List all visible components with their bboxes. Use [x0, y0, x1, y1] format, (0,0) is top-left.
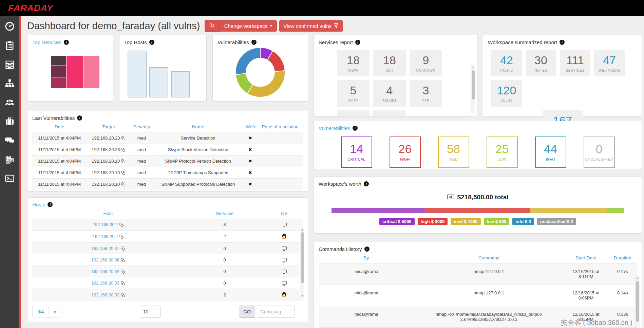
severity-box-unclassified[interactable]: 0UNCLASSIFIED	[584, 136, 615, 168]
hosts-scrollbar[interactable]: ▲ ▼	[300, 227, 304, 298]
change-workspace-button[interactable]: Change workspace ▾	[220, 20, 277, 32]
info-icon[interactable]: i	[77, 115, 82, 121]
view-confirmed-vulns-button[interactable]: View confirmed vulns	[279, 20, 343, 32]
sidebar-item-executive-report[interactable]	[3, 116, 16, 128]
command-text: nmap -oX /home/mica/.faraday/data/a2_Nma…	[414, 306, 564, 328]
host-bar[interactable]	[171, 71, 190, 97]
host-bar[interactable]	[128, 51, 147, 97]
host-bar[interactable]	[149, 67, 168, 97]
scrollbar-thumb[interactable]	[636, 281, 639, 322]
page-indicator-button[interactable]: 0/4	[32, 306, 49, 317]
scrollbar-thumb[interactable]	[301, 232, 304, 283]
stat-tile: 18WWW	[337, 50, 370, 76]
scrollbar-thumb[interactable]	[472, 70, 475, 99]
donut-slice-info[interactable]	[235, 48, 260, 74]
severity-box-info[interactable]: 44INFO	[535, 136, 566, 168]
status-report-clipboard-icon	[5, 40, 15, 52]
stat-label: FTP	[422, 99, 430, 103]
info-icon[interactable]: i	[64, 40, 69, 45]
column-header[interactable]: Severity	[130, 121, 153, 132]
column-header[interactable]: Ease of resolution	[257, 121, 303, 132]
column-header[interactable]: Name	[153, 121, 243, 132]
stat-value: 120	[497, 85, 516, 96]
vulnerability-row: 11/11/2015 at 4:04PM192.168.20.23medSkyp…	[32, 144, 303, 156]
treemap-block[interactable]	[67, 56, 83, 88]
vuln-target: 192.168.20.10	[87, 156, 130, 167]
commands-scrollbar[interactable]: ▲	[635, 276, 640, 328]
sidebar-item-terminal[interactable]	[3, 173, 16, 185]
treemap-block[interactable]	[51, 56, 66, 66]
host-row: 192.168.20.322	[32, 289, 303, 301]
hosts-title: Hosts i	[32, 202, 303, 207]
stat-value: 18	[383, 54, 396, 66]
vuln-date: 11/11/2015 at 4:04PM	[32, 167, 87, 179]
column-header[interactable]: Target	[87, 121, 130, 132]
column-header[interactable]: Start Date	[564, 252, 608, 263]
column-header[interactable]: Date	[32, 121, 87, 132]
sidebar-item-status-report[interactable]	[3, 40, 16, 52]
sidebar-item-users[interactable]	[3, 97, 16, 109]
worth-legend-badge: high $ 3000	[418, 218, 448, 225]
info-icon[interactable]: i	[149, 40, 154, 45]
command-duration: 0.14s	[608, 285, 637, 306]
info-icon[interactable]: i	[560, 40, 565, 45]
column-header[interactable]: Duration	[608, 252, 637, 263]
vuln-target: 192.168.20.23	[87, 144, 130, 156]
severity-box-critical[interactable]: 14CRITICAL	[341, 136, 372, 168]
sidebar-item-dashboard[interactable]	[3, 21, 16, 33]
go-button[interactable]: GO	[239, 306, 255, 318]
sidebar-item-comments[interactable]	[3, 135, 16, 147]
top-services-treemap-chart[interactable]	[51, 56, 99, 88]
host-ip-link[interactable]: 192.168.20.36	[91, 257, 119, 262]
vulnerabilities-donut-chart[interactable]	[234, 47, 286, 98]
info-icon[interactable]: i	[251, 40, 257, 45]
column-header[interactable]: Command	[414, 252, 564, 263]
sidebar-item-hosts[interactable]	[3, 78, 16, 90]
workspace-summary-title: Workspace summarized report i	[488, 39, 637, 45]
top-hosts-bar-chart[interactable]	[124, 47, 202, 97]
host-ip-link[interactable]: 192.168.20.7	[93, 234, 118, 239]
refresh-button[interactable]: ↻	[205, 20, 220, 32]
scroll-up-icon[interactable]: ▲	[636, 276, 640, 280]
goto-page-input[interactable]	[257, 306, 295, 318]
host-ip-link[interactable]: 192.168.20.32	[91, 292, 119, 297]
donut-slice-med[interactable]	[247, 71, 285, 97]
scroll-up-icon[interactable]: ▲	[300, 227, 304, 232]
web-cross-icon: ✖	[243, 144, 257, 156]
severity-label: MED	[449, 157, 458, 161]
column-header[interactable]: Services	[184, 207, 265, 219]
next-page-button[interactable]: »	[49, 306, 61, 317]
treemap-block[interactable]	[51, 66, 66, 77]
info-icon[interactable]: i	[48, 202, 53, 207]
vuln-severity: med	[130, 132, 153, 144]
column-header[interactable]: By	[319, 252, 414, 263]
host-ip-link[interactable]: 192.168.20.37	[91, 246, 119, 251]
worth-total-label: $218,500.00 total	[457, 194, 508, 201]
worth-stacked-bar[interactable]	[332, 208, 624, 213]
column-header[interactable]: Web	[243, 121, 257, 132]
stat-value: 3	[350, 115, 357, 117]
scroll-down-icon[interactable]: ▼	[300, 294, 304, 298]
info-icon[interactable]: i	[353, 126, 358, 131]
scroll-up-icon[interactable]: ▲	[471, 65, 475, 70]
host-ip-link[interactable]: 192.168.20.33	[91, 280, 119, 286]
host-ip-cell: 192.168.20.34	[32, 266, 184, 277]
column-header[interactable]: Host	[32, 207, 184, 219]
severity-box-med[interactable]: 58MED	[438, 136, 469, 168]
sidebar-item-data-analysis[interactable]	[3, 154, 16, 166]
treemap-block[interactable]	[83, 56, 99, 88]
host-ip-link[interactable]: 192.168.20.34	[91, 269, 119, 274]
severity-box-low[interactable]: 25LOW	[487, 136, 518, 168]
info-icon[interactable]: i	[355, 40, 360, 45]
sidebar-item-workspaces[interactable]	[3, 59, 16, 71]
severity-box-high[interactable]: 26HIGH	[390, 136, 421, 168]
share-nodes-icon	[121, 258, 125, 262]
services-report-scrollbar[interactable]: ▲	[471, 65, 475, 113]
host-ip-link[interactable]: 192.168.30.1	[93, 222, 118, 227]
info-icon[interactable]: i	[364, 247, 370, 252]
page-size-input[interactable]	[140, 306, 161, 318]
column-header[interactable]: OS	[265, 207, 303, 219]
info-icon[interactable]: i	[364, 181, 369, 186]
treemap-block[interactable]	[51, 77, 66, 88]
command-by: mica@rama	[319, 285, 414, 306]
